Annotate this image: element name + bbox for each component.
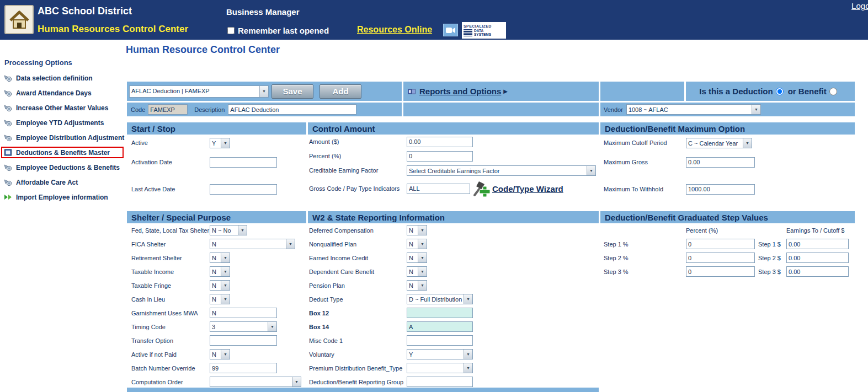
active-if-not-paid-select[interactable]: N▼	[210, 349, 230, 359]
field-label: Earned Income Credit	[308, 255, 407, 261]
description-label: Description	[194, 106, 225, 113]
select-value: N	[407, 239, 418, 249]
sidebar-item-deductions-benefits-master[interactable]: Deductions & Benefits Master	[1, 147, 124, 158]
active-select[interactable]: Y▼	[210, 138, 230, 148]
field-label: FICA Shelter	[127, 241, 210, 248]
vendor-select[interactable]: 1008 ~ AFLAC▼	[626, 104, 761, 115]
box-14-input[interactable]	[407, 321, 473, 332]
deduction-radio[interactable]	[776, 88, 784, 95]
video-camera-icon[interactable]	[443, 24, 458, 36]
select-value: Y	[407, 350, 464, 359]
sidebar-item-label: Data selection definition	[16, 74, 93, 82]
fed-state-local-tax-shelter-select[interactable]: N ~ No▼	[210, 225, 247, 235]
deferred-compensation-select[interactable]: N▼	[407, 225, 427, 235]
step-1-percent-input[interactable]	[686, 239, 755, 249]
expand-arrow-icon[interactable]: ▶	[503, 88, 508, 94]
maximum-gross-input[interactable]	[686, 157, 755, 168]
taxable-income-select[interactable]: N▼	[210, 266, 230, 277]
premium-distribution-benefit-type-select[interactable]: ▼	[407, 363, 473, 373]
remember-label: Remember last opened	[238, 26, 329, 35]
sidebar-item-award-attendance-days[interactable]: Award Attendance Days	[1, 87, 124, 99]
sidebar-item-affordable-care-act[interactable]: Affordable Care Act	[1, 176, 124, 188]
bottom-section-bar	[127, 388, 599, 392]
select-value	[407, 363, 464, 373]
field-row: Earned Income CreditN▼	[308, 251, 599, 265]
percent-input[interactable]	[407, 151, 473, 162]
voluntary-select[interactable]: Y▼	[407, 349, 473, 359]
taxable-fringe-select[interactable]: N▼	[210, 280, 230, 291]
field-row: Batch Number Override	[127, 361, 306, 375]
garnishment-uses-mwa-input[interactable]	[210, 308, 277, 318]
step-3-percent-input[interactable]	[686, 266, 755, 277]
dependent-care-benefit-select[interactable]: N▼	[407, 266, 427, 277]
maximum-to-withhold-input[interactable]	[686, 184, 755, 195]
last-active-date-input[interactable]	[210, 184, 277, 195]
gross-code-input[interactable]	[407, 184, 470, 194]
transfer-option-input[interactable]	[210, 335, 277, 346]
nonqualified-plan-select[interactable]: N▼	[407, 239, 427, 249]
timing-code-select[interactable]: 3▼	[210, 321, 277, 332]
sidebar-item-data-selection-definition[interactable]: Data selection definition	[1, 72, 124, 84]
description-input[interactable]	[228, 104, 356, 115]
wizard-icon[interactable]	[472, 179, 491, 198]
deduct-type-select[interactable]: D ~ Full Distribution▼	[407, 294, 473, 304]
remember-checkbox[interactable]	[227, 27, 235, 34]
benefit-radio[interactable]	[829, 88, 837, 95]
creditable-earning-factor-select[interactable]: Select Creditable Earnings Factor▼	[407, 165, 596, 176]
reports-and-options-link[interactable]: Reports and Options	[419, 87, 501, 96]
deduction-benefit-reporting-group-input[interactable]	[407, 377, 473, 387]
section-start-stop: Start / Stop Active Y▼ Activation Date L…	[127, 122, 306, 205]
sds-stripes-icon	[464, 29, 472, 36]
cash-in-lieu-select[interactable]: N▼	[210, 294, 230, 304]
field-row: Timing Code3▼	[127, 320, 306, 334]
select-value: N	[407, 253, 418, 262]
step-3-dollar-input[interactable]	[786, 266, 849, 277]
step-percent-label: Step 1 %	[600, 241, 686, 248]
earned-income-credit-select[interactable]: N▼	[407, 253, 427, 263]
select-value: N	[407, 281, 418, 290]
field-row: VoluntaryY▼	[308, 347, 599, 361]
sidebar-item-import-employee-information[interactable]: Import Employee information	[1, 191, 124, 203]
fica-shelter-select[interactable]: N▼	[210, 239, 295, 249]
sidebar-item-employee-ytd-adjustments[interactable]: Employee YTD Adjustments	[1, 117, 124, 128]
sds-logo-row: DATA SYSTEMS	[464, 29, 504, 36]
amount-input[interactable]	[407, 137, 473, 147]
step-dollar-label: Step 3 $	[755, 269, 786, 275]
sds-logo-line1: SPECIALIZED	[464, 24, 504, 29]
step-row: Step 3 % Step 3 $	[600, 265, 855, 278]
step-2-percent-input[interactable]	[686, 253, 755, 263]
add-button[interactable]: Add	[319, 84, 361, 99]
misc-code-1-input[interactable]	[407, 335, 473, 346]
computation-order-select[interactable]: ▼	[210, 377, 301, 387]
sidebar-title: Processing Options	[4, 58, 126, 67]
record-select[interactable]: AFLAC Deduction | FAMEXP▼	[129, 85, 269, 98]
sds-logo[interactable]: SPECIALIZED DATA SYSTEMS	[462, 22, 506, 39]
step-1-dollar-input[interactable]	[786, 239, 849, 249]
save-button[interactable]: Save	[271, 84, 313, 99]
field-label: Maximum Cutoff Period	[600, 139, 686, 146]
field-row: Deduction/Benefit Reporting Group	[308, 375, 599, 389]
field-row: Nonqualified PlanN▼	[308, 237, 599, 251]
field-label: Gross Code / Pay Type Indicators	[308, 185, 407, 192]
field-row: Gross Code / Pay Type Indicators Code/Ty…	[308, 178, 599, 200]
chevron-down-icon: ▼	[221, 281, 230, 290]
resources-online-link[interactable]: Resources Online	[357, 25, 432, 35]
code-description-bar: Code Description	[127, 103, 402, 116]
chevron-down-icon: ▼	[418, 281, 427, 290]
code-input[interactable]	[148, 104, 188, 115]
retirement-shelter-select[interactable]: N▼	[210, 253, 230, 263]
home-icon[interactable]	[4, 5, 34, 34]
logout-link[interactable]: Logout	[851, 1, 868, 10]
vendor-label: Vendor	[604, 106, 623, 113]
sidebar-item-increase-other-master-values[interactable]: Increase Other Master Values	[1, 102, 124, 114]
sidebar-item-employee-deductions-benefits[interactable]: Employee Deductions & Benefits	[1, 162, 124, 173]
activation-date-input[interactable]	[210, 157, 277, 168]
code-type-wizard-link[interactable]: Code/Type Wizard	[492, 184, 563, 194]
sidebar-item-employee-distribution-adjustment[interactable]: Employee Distribution Adjustment	[1, 132, 124, 143]
step-2-dollar-input[interactable]	[786, 253, 849, 263]
field-label: Retirement Shelter	[127, 255, 210, 261]
box-12-input[interactable]	[407, 308, 473, 318]
batch-number-override-input[interactable]	[210, 363, 277, 373]
maximum-cutoff-period-select[interactable]: C ~ Calendar Year▼	[686, 138, 752, 148]
pension-plan-select[interactable]: N▼	[407, 280, 427, 291]
